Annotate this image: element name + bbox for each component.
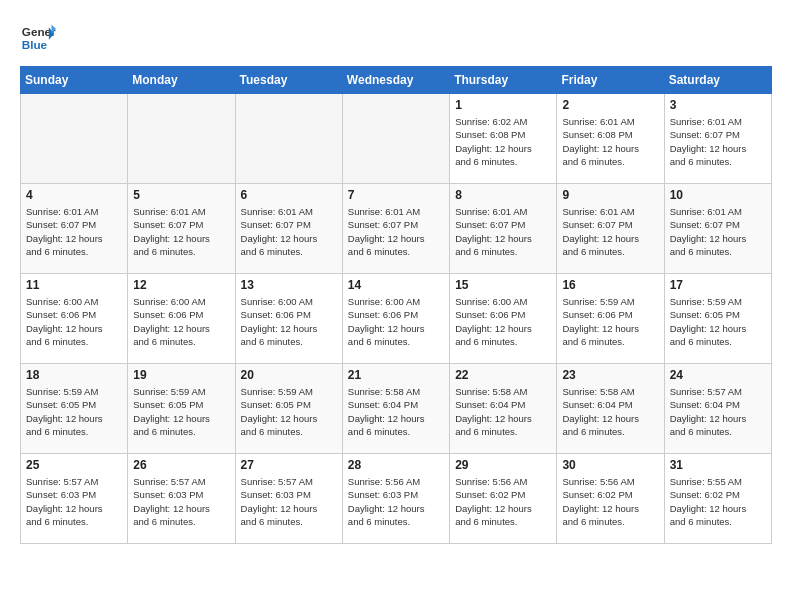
day-info: Sunrise: 5:57 AM Sunset: 6:03 PM Dayligh… [241,475,337,528]
day-info: Sunrise: 5:59 AM Sunset: 6:05 PM Dayligh… [241,385,337,438]
day-number: 12 [133,278,229,292]
day-info: Sunrise: 6:00 AM Sunset: 6:06 PM Dayligh… [133,295,229,348]
weekday-thursday: Thursday [450,67,557,94]
weekday-saturday: Saturday [664,67,771,94]
day-cell: 9Sunrise: 6:01 AM Sunset: 6:07 PM Daylig… [557,184,664,274]
weekday-monday: Monday [128,67,235,94]
day-info: Sunrise: 6:01 AM Sunset: 6:07 PM Dayligh… [348,205,444,258]
day-info: Sunrise: 5:56 AM Sunset: 6:03 PM Dayligh… [348,475,444,528]
logo-icon: General Blue [20,20,56,56]
day-cell: 2Sunrise: 6:01 AM Sunset: 6:08 PM Daylig… [557,94,664,184]
day-number: 9 [562,188,658,202]
day-number: 14 [348,278,444,292]
day-cell: 16Sunrise: 5:59 AM Sunset: 6:06 PM Dayli… [557,274,664,364]
day-info: Sunrise: 5:57 AM Sunset: 6:03 PM Dayligh… [26,475,122,528]
weekday-header-row: SundayMondayTuesdayWednesdayThursdayFrid… [21,67,772,94]
day-info: Sunrise: 6:02 AM Sunset: 6:08 PM Dayligh… [455,115,551,168]
day-cell: 1Sunrise: 6:02 AM Sunset: 6:08 PM Daylig… [450,94,557,184]
day-number: 22 [455,368,551,382]
day-info: Sunrise: 6:00 AM Sunset: 6:06 PM Dayligh… [26,295,122,348]
day-cell: 6Sunrise: 6:01 AM Sunset: 6:07 PM Daylig… [235,184,342,274]
day-info: Sunrise: 5:59 AM Sunset: 6:05 PM Dayligh… [26,385,122,438]
day-cell [21,94,128,184]
day-cell: 13Sunrise: 6:00 AM Sunset: 6:06 PM Dayli… [235,274,342,364]
day-number: 13 [241,278,337,292]
day-number: 8 [455,188,551,202]
day-number: 24 [670,368,766,382]
day-cell: 25Sunrise: 5:57 AM Sunset: 6:03 PM Dayli… [21,454,128,544]
day-number: 17 [670,278,766,292]
day-cell: 22Sunrise: 5:58 AM Sunset: 6:04 PM Dayli… [450,364,557,454]
day-cell [235,94,342,184]
day-info: Sunrise: 5:57 AM Sunset: 6:03 PM Dayligh… [133,475,229,528]
week-row-5: 25Sunrise: 5:57 AM Sunset: 6:03 PM Dayli… [21,454,772,544]
day-number: 26 [133,458,229,472]
weekday-friday: Friday [557,67,664,94]
day-info: Sunrise: 5:58 AM Sunset: 6:04 PM Dayligh… [455,385,551,438]
day-number: 23 [562,368,658,382]
day-number: 3 [670,98,766,112]
week-row-1: 1Sunrise: 6:02 AM Sunset: 6:08 PM Daylig… [21,94,772,184]
day-cell [342,94,449,184]
day-number: 18 [26,368,122,382]
calendar-table: SundayMondayTuesdayWednesdayThursdayFrid… [20,66,772,544]
day-info: Sunrise: 5:59 AM Sunset: 6:06 PM Dayligh… [562,295,658,348]
day-info: Sunrise: 6:01 AM Sunset: 6:07 PM Dayligh… [455,205,551,258]
day-cell: 12Sunrise: 6:00 AM Sunset: 6:06 PM Dayli… [128,274,235,364]
day-cell: 20Sunrise: 5:59 AM Sunset: 6:05 PM Dayli… [235,364,342,454]
day-cell: 7Sunrise: 6:01 AM Sunset: 6:07 PM Daylig… [342,184,449,274]
day-cell: 10Sunrise: 6:01 AM Sunset: 6:07 PM Dayli… [664,184,771,274]
day-number: 31 [670,458,766,472]
day-info: Sunrise: 5:58 AM Sunset: 6:04 PM Dayligh… [562,385,658,438]
week-row-3: 11Sunrise: 6:00 AM Sunset: 6:06 PM Dayli… [21,274,772,364]
day-number: 1 [455,98,551,112]
day-cell: 14Sunrise: 6:00 AM Sunset: 6:06 PM Dayli… [342,274,449,364]
day-number: 21 [348,368,444,382]
day-info: Sunrise: 5:55 AM Sunset: 6:02 PM Dayligh… [670,475,766,528]
day-info: Sunrise: 6:01 AM Sunset: 6:07 PM Dayligh… [670,115,766,168]
day-cell: 3Sunrise: 6:01 AM Sunset: 6:07 PM Daylig… [664,94,771,184]
day-cell [128,94,235,184]
svg-text:Blue: Blue [22,38,48,51]
weekday-tuesday: Tuesday [235,67,342,94]
day-info: Sunrise: 6:01 AM Sunset: 6:07 PM Dayligh… [26,205,122,258]
day-number: 16 [562,278,658,292]
day-number: 5 [133,188,229,202]
day-number: 4 [26,188,122,202]
weekday-wednesday: Wednesday [342,67,449,94]
day-cell: 21Sunrise: 5:58 AM Sunset: 6:04 PM Dayli… [342,364,449,454]
day-cell: 24Sunrise: 5:57 AM Sunset: 6:04 PM Dayli… [664,364,771,454]
logo: General Blue [20,20,56,56]
day-cell: 15Sunrise: 6:00 AM Sunset: 6:06 PM Dayli… [450,274,557,364]
day-info: Sunrise: 6:00 AM Sunset: 6:06 PM Dayligh… [348,295,444,348]
day-cell: 19Sunrise: 5:59 AM Sunset: 6:05 PM Dayli… [128,364,235,454]
week-row-2: 4Sunrise: 6:01 AM Sunset: 6:07 PM Daylig… [21,184,772,274]
day-cell: 27Sunrise: 5:57 AM Sunset: 6:03 PM Dayli… [235,454,342,544]
day-info: Sunrise: 6:01 AM Sunset: 6:07 PM Dayligh… [562,205,658,258]
week-row-4: 18Sunrise: 5:59 AM Sunset: 6:05 PM Dayli… [21,364,772,454]
day-cell: 18Sunrise: 5:59 AM Sunset: 6:05 PM Dayli… [21,364,128,454]
day-info: Sunrise: 6:00 AM Sunset: 6:06 PM Dayligh… [455,295,551,348]
day-info: Sunrise: 6:01 AM Sunset: 6:07 PM Dayligh… [133,205,229,258]
day-cell: 4Sunrise: 6:01 AM Sunset: 6:07 PM Daylig… [21,184,128,274]
day-number: 7 [348,188,444,202]
day-info: Sunrise: 5:59 AM Sunset: 6:05 PM Dayligh… [133,385,229,438]
day-info: Sunrise: 6:01 AM Sunset: 6:07 PM Dayligh… [241,205,337,258]
day-cell: 5Sunrise: 6:01 AM Sunset: 6:07 PM Daylig… [128,184,235,274]
day-number: 20 [241,368,337,382]
day-cell: 26Sunrise: 5:57 AM Sunset: 6:03 PM Dayli… [128,454,235,544]
day-info: Sunrise: 5:56 AM Sunset: 6:02 PM Dayligh… [455,475,551,528]
day-cell: 30Sunrise: 5:56 AM Sunset: 6:02 PM Dayli… [557,454,664,544]
day-cell: 28Sunrise: 5:56 AM Sunset: 6:03 PM Dayli… [342,454,449,544]
day-number: 15 [455,278,551,292]
day-number: 30 [562,458,658,472]
weekday-sunday: Sunday [21,67,128,94]
day-number: 11 [26,278,122,292]
day-number: 28 [348,458,444,472]
day-info: Sunrise: 5:59 AM Sunset: 6:05 PM Dayligh… [670,295,766,348]
day-number: 10 [670,188,766,202]
day-number: 25 [26,458,122,472]
day-info: Sunrise: 5:56 AM Sunset: 6:02 PM Dayligh… [562,475,658,528]
day-info: Sunrise: 5:57 AM Sunset: 6:04 PM Dayligh… [670,385,766,438]
day-number: 6 [241,188,337,202]
